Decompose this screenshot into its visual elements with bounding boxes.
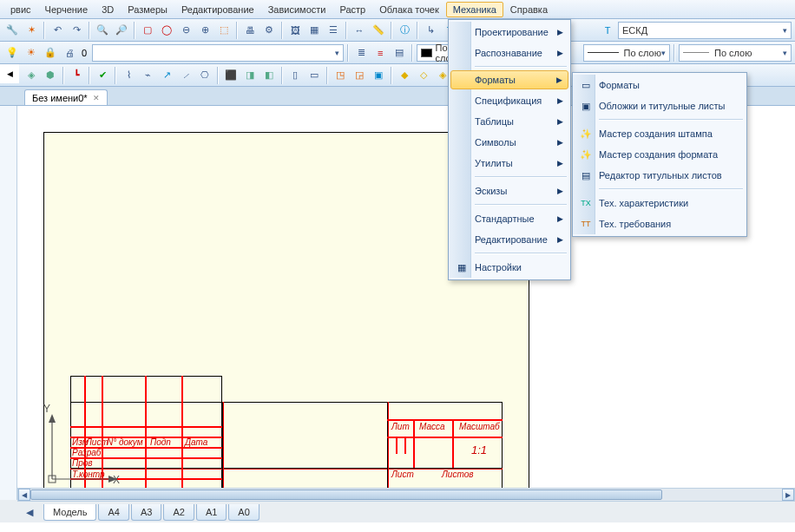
menu-item-standard[interactable]: Стандартные▶ <box>450 208 568 229</box>
menu-item-sketches[interactable]: Эскизы▶ <box>450 181 568 201</box>
scroll-thumb[interactable] <box>30 489 662 500</box>
submenu-item-stamp-wizard[interactable]: ✨ Мастер создания штампа <box>575 123 745 144</box>
list-icon[interactable]: ☰ <box>325 22 342 39</box>
menu-item-editing[interactable]: Редактирование▶ <box>450 229 568 250</box>
box2-icon[interactable]: ◨ <box>241 67 259 84</box>
zoom-out-icon[interactable]: ⊖ <box>177 22 194 39</box>
ucs-x-label: X <box>113 474 120 486</box>
text-L-icon[interactable]: ↳ <box>422 22 439 39</box>
sun-icon[interactable]: ☀ <box>23 44 40 62</box>
measure-icon[interactable]: 📏 <box>370 22 387 39</box>
box1-icon[interactable]: ⬛ <box>222 67 240 84</box>
bulb-icon[interactable]: 💡 <box>3 44 21 62</box>
box3-icon[interactable]: ◧ <box>260 67 278 84</box>
scroll-right-button[interactable]: ▶ <box>782 489 794 501</box>
layout-icon[interactable]: ▦ <box>306 22 323 39</box>
menu-item[interactable]: рвис <box>3 2 38 17</box>
layout-tab[interactable]: A4 <box>98 504 128 521</box>
menu-item-specification[interactable]: Спецификация▶ <box>450 90 568 111</box>
tab-left-arrow[interactable]: ◀ <box>0 64 19 83</box>
zoom-window-icon[interactable]: 🔍 <box>94 22 111 39</box>
menu-item-active[interactable]: Механика <box>446 2 503 17</box>
circle-icon[interactable]: ◯ <box>158 22 175 39</box>
text-T2-icon[interactable]: T <box>599 22 616 39</box>
submenu-item-title-editor[interactable]: ▤ Редактор титульных листов <box>575 165 745 186</box>
stack1-icon[interactable]: ▯ <box>286 67 304 84</box>
menu-item[interactable]: Размеры <box>121 2 174 17</box>
close-icon[interactable]: ✕ <box>93 94 100 102</box>
layout-nav-left[interactable]: ◀ <box>21 503 38 521</box>
menu-item-tables[interactable]: Таблицы▶ <box>450 111 568 132</box>
separator <box>673 44 675 62</box>
submenu-item-covers[interactable]: ▣ Обложки и титульные листы <box>575 95 745 116</box>
layers3-icon[interactable]: ▤ <box>391 44 408 62</box>
info-icon[interactable]: ⓘ <box>396 22 413 39</box>
box-icon[interactable]: ▢ <box>139 22 156 39</box>
submenu-item-tech-chars[interactable]: TX Тех. характеристики <box>575 193 745 213</box>
scrollbar-horizontal[interactable]: ◀ ▶ <box>17 488 795 502</box>
stack2-icon[interactable]: ▭ <box>306 67 323 84</box>
menu-item[interactable]: Справка <box>503 2 555 17</box>
lineweight-bylayer-combo[interactable]: По слою ▾ <box>679 44 792 62</box>
settings-icon[interactable]: ⚙ <box>260 22 278 39</box>
menu-item[interactable]: Облака точек <box>372 2 446 17</box>
menu-item[interactable]: Растр <box>332 2 372 17</box>
zoom-all-icon[interactable]: 🔎 <box>113 22 130 39</box>
axis-icon[interactable]: ┗ <box>68 67 85 84</box>
zoom-in-icon[interactable]: ⊕ <box>196 22 214 39</box>
pan-icon[interactable]: ⬚ <box>215 22 233 39</box>
menu-item[interactable]: Редактирование <box>174 2 261 17</box>
menu-item-settings[interactable]: ▦ Настройки <box>450 257 568 278</box>
scroll-left-button[interactable]: ◀ <box>18 489 30 501</box>
menu-item-design[interactable]: Проектирование▶ <box>450 22 568 43</box>
layout-tab[interactable]: A3 <box>131 504 161 521</box>
cube3-icon[interactable]: ⬢ <box>42 67 59 84</box>
menu-item-utilities[interactable]: Утилиты▶ <box>450 153 568 174</box>
ruler-icon[interactable]: ↔ <box>351 22 368 39</box>
separator <box>217 67 219 84</box>
linetype-bylayer-combo[interactable]: По слою ▾ <box>583 44 670 62</box>
wire4-icon[interactable]: ⟋ <box>177 67 194 84</box>
s2-icon[interactable]: ◇ <box>415 67 432 84</box>
wire2-icon[interactable]: ⌁ <box>139 67 156 84</box>
layout-tab[interactable]: Модель <box>43 504 96 521</box>
submenu-item-tech-reqs[interactable]: TT Тех. требования <box>575 213 745 234</box>
undo-icon[interactable]: ↶ <box>49 22 66 39</box>
layers2-icon[interactable]: ≡ <box>371 44 389 62</box>
menu-item-symbols[interactable]: Символы▶ <box>450 132 568 153</box>
s1-icon[interactable]: ◆ <box>396 67 413 84</box>
wire5-icon[interactable]: ⎔ <box>196 67 214 84</box>
layout-tab[interactable]: A0 <box>228 504 259 521</box>
print-icon[interactable]: 🖶 <box>241 22 259 39</box>
submenu-item-format-wizard[interactable]: ✨ Мастер создания формата <box>575 144 745 165</box>
check-green-icon[interactable]: ✔ <box>94 67 111 84</box>
eskd-combo[interactable]: ЕСКД ▾ <box>618 22 792 39</box>
layers-icon[interactable]: ≣ <box>352 44 370 62</box>
menu-item[interactable]: Черчение <box>38 2 95 17</box>
menu-item[interactable]: Зависимости <box>261 2 333 17</box>
wire3-icon[interactable]: ↗ <box>158 67 175 84</box>
document-tab-label: Без имени0* <box>32 93 88 103</box>
menu-item-formats[interactable]: Форматы▶ <box>450 70 568 89</box>
redo-icon[interactable]: ↷ <box>68 22 85 39</box>
image-icon[interactable]: 🖼 <box>286 22 304 39</box>
layer-combo[interactable]: ▾ <box>92 44 344 62</box>
wrench-icon[interactable]: 🔧 <box>3 22 21 39</box>
lock-icon[interactable]: 🔒 <box>42 44 59 62</box>
document-tab[interactable]: Без имени0* ✕ <box>24 89 108 105</box>
submenu-item-formats[interactable]: ▭ Форматы <box>575 75 745 95</box>
toolbar-row-1: 🔧 ✶ ↶ ↷ 🔍 🔎 ▢ ◯ ⊖ ⊕ ⬚ 🖶 ⚙ 🖼 ▦ ☰ ↔ 📏 ⓘ ↳ … <box>0 19 795 42</box>
layout-tab[interactable]: A2 <box>163 504 194 521</box>
wire1-icon[interactable]: ⌇ <box>120 67 137 84</box>
menu-item-label: Распознавание <box>475 48 542 58</box>
obj1-icon[interactable]: ◳ <box>332 67 349 84</box>
check-icon[interactable]: ✶ <box>23 22 40 39</box>
cube2-icon[interactable]: ◈ <box>23 67 40 84</box>
menu-item-recognition[interactable]: Распознавание▶ <box>450 43 568 63</box>
side-ruler <box>0 106 17 500</box>
obj2-icon[interactable]: ◲ <box>351 67 368 84</box>
layout-tab[interactable]: A1 <box>196 504 227 521</box>
menu-item[interactable]: 3D <box>95 2 121 17</box>
obj3-icon[interactable]: ▣ <box>370 67 387 84</box>
print2-icon[interactable]: 🖨 <box>61 44 78 62</box>
